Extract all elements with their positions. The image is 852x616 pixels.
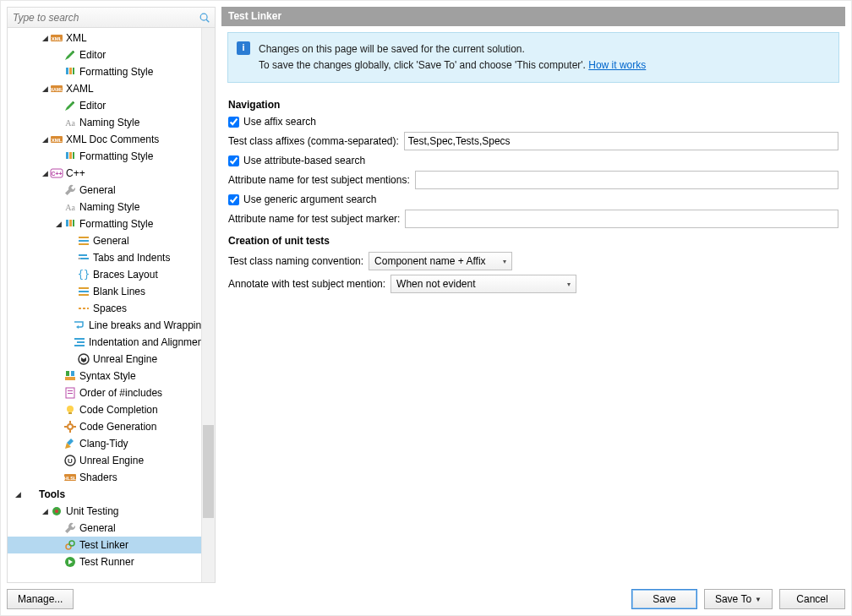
tree-item-cpp-general[interactable]: ◢General — [8, 182, 201, 199]
link-icon — [63, 538, 77, 552]
tree-item-label: Editor — [79, 49, 111, 61]
tree-item-cpp-unreal[interactable]: ◢Unreal Engine — [8, 351, 201, 368]
attr-mentions-input[interactable] — [415, 171, 838, 189]
manage-button[interactable]: Manage... — [7, 589, 74, 609]
tree-item-ut-general[interactable]: ◢General — [8, 520, 201, 537]
tree-item-label: Test Linker — [79, 539, 134, 551]
tree-item-xml[interactable]: ◢XMLXML — [8, 30, 201, 46]
svg-rect-5 — [69, 68, 72, 74]
svg-rect-13 — [69, 152, 72, 159]
section-creation-title: Creation of unit tests — [228, 235, 838, 247]
twisty-none: ◢ — [53, 101, 63, 110]
tree-item-xmldoc-formatting-style[interactable]: ◢Formatting Style — [8, 148, 201, 165]
search-icon[interactable] — [198, 11, 211, 25]
tree-item-xml-formatting-style[interactable]: ◢Formatting Style — [8, 63, 201, 80]
expand-icon[interactable]: ◢ — [13, 490, 23, 499]
tree-item-label: Formatting Style — [79, 218, 158, 230]
tree-item-cpp-formatting-general[interactable]: ◢General — [8, 232, 201, 249]
tree-item-label: Unreal Engine — [79, 455, 149, 466]
attr-marker-input[interactable] — [405, 210, 838, 228]
tree-item-xml-doc-comments[interactable]: ◢XMLXML Doc Comments — [8, 131, 201, 148]
tree-item-unit-testing[interactable]: ◢Unit Testing — [8, 503, 201, 520]
save-button[interactable]: Save — [631, 589, 697, 609]
expand-icon[interactable]: ◢ — [40, 84, 50, 93]
tree-item-label: Blank Lines — [93, 286, 150, 297]
use-affix-search-input[interactable] — [228, 117, 239, 128]
tree-item-cpp-syntax-style[interactable]: ◢Syntax Style — [8, 368, 201, 384]
svg-rect-42 — [68, 393, 73, 394]
use-affix-search-checkbox[interactable]: Use affix search — [228, 116, 316, 128]
tree-item-cpp[interactable]: ◢C++C++ — [8, 165, 201, 182]
bulb-icon — [63, 403, 77, 417]
tree-item-cpp-line-breaks[interactable]: ◢Line breaks and Wrapping — [8, 317, 201, 334]
tree-item-cpp-indentation[interactable]: ◢Indentation and Alignment — [8, 334, 201, 351]
twisty-none: ◢ — [53, 439, 63, 448]
use-generic-search-input[interactable] — [228, 194, 239, 205]
tree-item-cpp-code-generation[interactable]: ◢Code Generation — [8, 418, 201, 435]
use-generic-search-label: Use generic argument search — [243, 194, 376, 205]
hlsl-icon: HLSL — [63, 471, 77, 484]
svg-rect-35 — [74, 345, 85, 346]
how-it-works-link[interactable]: How it works — [588, 59, 646, 71]
svg-rect-39 — [65, 377, 75, 380]
svg-point-55 — [55, 510, 58, 513]
tree-item-xaml-editor[interactable]: ◢Editor — [8, 97, 201, 114]
tree-item-cpp-braces-layout[interactable]: ◢{}Braces Layout — [8, 266, 201, 283]
svg-point-45 — [68, 424, 73, 429]
tree-item-tools[interactable]: ◢Tools — [8, 486, 201, 503]
tree-item-cpp-naming-style[interactable]: ◢AaNaming Style — [8, 199, 201, 215]
save-to-button[interactable]: Save To ▼ — [704, 589, 773, 609]
svg-rect-24 — [79, 254, 87, 256]
tree-item-ut-test-linker[interactable]: ◢Test Linker — [8, 537, 201, 553]
tree-item-xaml[interactable]: ◢XAMLXAML — [8, 80, 201, 97]
tree-item-ut-test-runner[interactable]: ◢Test Runner — [8, 553, 201, 570]
svg-rect-6 — [73, 68, 74, 74]
tree-item-label: Naming Style — [79, 117, 145, 128]
svg-text:HLSL: HLSL — [64, 476, 77, 481]
svg-rect-14 — [73, 152, 74, 159]
tree-item-cpp-tabs-indents[interactable]: ◢Tabs and Indents — [8, 249, 201, 266]
wrap-icon — [73, 319, 86, 332]
expand-icon[interactable]: ◢ — [40, 135, 50, 144]
twisty-none: ◢ — [53, 203, 63, 211]
tree-item-xaml-naming-style[interactable]: ◢AaNaming Style — [8, 114, 201, 131]
expand-icon[interactable]: ◢ — [40, 34, 50, 42]
tree-item-cpp-shaders[interactable]: ◢HLSLShaders — [8, 469, 201, 486]
twisty-none: ◢ — [53, 456, 63, 465]
naming-convention-label: Test class naming convention: — [228, 255, 363, 267]
svg-rect-34 — [77, 341, 85, 343]
expand-icon[interactable]: ◢ — [40, 169, 50, 177]
tree-item-label: Indentation and Alignment — [89, 336, 201, 348]
tree-item-cpp-includes[interactable]: ◢Order of #includes — [8, 384, 201, 401]
use-attribute-search-input[interactable] — [228, 155, 239, 166]
cancel-button[interactable]: Cancel — [779, 589, 845, 609]
use-attribute-search-checkbox[interactable]: Use attribute-based search — [228, 155, 365, 166]
tree-item-cpp-spaces[interactable]: ◢Spaces — [8, 300, 201, 317]
affixes-input[interactable] — [404, 132, 838, 150]
note-line2: To save the changes globally, click 'Sav… — [259, 59, 588, 71]
expand-icon[interactable]: ◢ — [40, 507, 50, 515]
svg-line-1 — [206, 19, 209, 22]
affixes-label: Test class affixes (comma-separated): — [228, 135, 399, 147]
attr-mentions-label: Attribute name for test subject mentions… — [228, 174, 410, 186]
pencil-icon — [63, 99, 77, 112]
tree-item-cpp-unreal-engine[interactable]: ◢UUnreal Engine — [8, 452, 201, 469]
content-panel: Test Linker i Changes on this page will … — [221, 7, 845, 583]
tree-item-cpp-clang-tidy[interactable]: ◢Clang-Tidy — [8, 435, 201, 452]
search-input[interactable] — [11, 10, 198, 25]
use-generic-search-checkbox[interactable]: Use generic argument search — [228, 194, 376, 205]
sidebar-scrollbar[interactable] — [201, 28, 215, 582]
naming-convention-dropdown[interactable]: Component name + Affix ▾ — [369, 252, 512, 270]
svg-text:Aa: Aa — [65, 118, 75, 128]
tree-item-label: General — [79, 184, 121, 196]
tree-item-cpp-blank-lines[interactable]: ◢Blank Lines — [8, 283, 201, 300]
annotate-dropdown[interactable]: When not evident ▾ — [390, 275, 576, 293]
tree-item-label: Unreal Engine — [93, 353, 162, 365]
svg-rect-32 — [87, 308, 89, 309]
annotate-value: When not evident — [396, 278, 475, 290]
svg-rect-28 — [79, 291, 89, 292]
tree-item-cpp-formatting-style[interactable]: ◢Formatting Style — [8, 215, 201, 232]
expand-icon[interactable]: ◢ — [53, 220, 63, 228]
tree-item-xml-editor[interactable]: ◢Editor — [8, 46, 201, 63]
tree-item-cpp-code-completion[interactable]: ◢Code Completion — [8, 401, 201, 418]
